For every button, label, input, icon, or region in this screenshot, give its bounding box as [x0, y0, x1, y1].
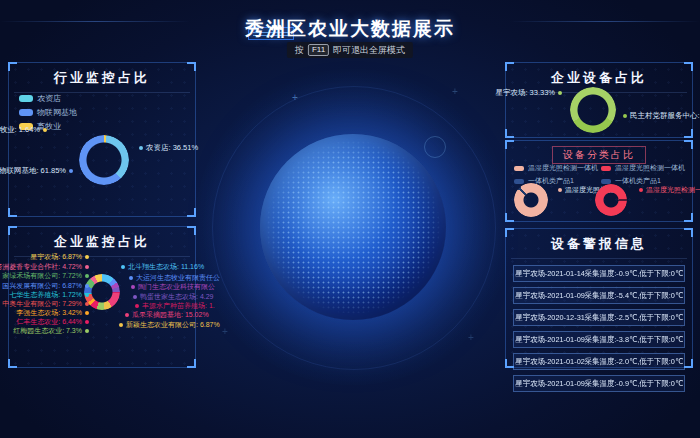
pie-label: 瓜果采摘园基地: 15.02%	[125, 310, 209, 320]
pie-label-dot	[69, 169, 73, 173]
device-class-donut-right[interactable]	[595, 184, 627, 216]
panel-title: 设备分类占比	[552, 146, 646, 164]
pie-label: 家绿禾场有限公司: 7.72%	[2, 271, 89, 281]
globe	[260, 134, 446, 320]
alarm-text: 星宇农场-2021-01-09采集温度:-0.9℃,低于下限:0℃	[515, 378, 683, 389]
globe-dot-map	[266, 140, 440, 314]
pie-label-dot	[85, 329, 89, 333]
pie-label-text: 家绿禾场有限公司: 7.72%	[2, 271, 82, 281]
pie-label-dot	[558, 91, 562, 95]
alarm-text: 星宇农场-2021-01-09采集温度:-3.8℃,低于下限:0℃	[515, 334, 683, 345]
tip-prefix: 按	[295, 44, 304, 57]
pie-label-dot	[85, 265, 89, 269]
pie-label-dot	[131, 285, 135, 289]
pie-label-dot	[85, 293, 89, 297]
pie-label-text: 物联网基地: 61.85%	[0, 166, 66, 176]
tip-suffix: 即可退出全屏模式	[333, 44, 405, 57]
pie-label-text: 星宇农场: 6.87%	[30, 252, 82, 262]
industry-donut-chart[interactable]	[79, 135, 129, 185]
pie-label-dot	[135, 304, 139, 308]
alarm-text: 星宇农场-2020-12-31采集温度:-2.5℃,低于下限:0℃	[515, 312, 683, 323]
alarm-row: 星宇农场-2021-01-09采集温度:-5.4℃,低于下限:0℃	[513, 287, 685, 304]
pie-label-dot	[85, 302, 89, 306]
pie-label-dot	[119, 323, 123, 327]
panel-enterprise-ratio: 企业监控占比 星宇农场: 6.87% 秀洲菱香专业合作社: 4.72% 家绿禾场…	[8, 226, 196, 368]
pie-label: 畜牧业: 1.64%	[0, 125, 47, 135]
panel-title: 设备警报信息	[511, 229, 687, 259]
decor-ring	[424, 136, 446, 158]
legend-swatch	[601, 179, 611, 184]
device-class-donut-left[interactable]	[514, 183, 548, 217]
alarm-row: 星宇农场-2021-01-09采集温度:-3.8℃,低于下限:0℃	[513, 331, 685, 348]
legend-swatch	[514, 179, 524, 184]
panel-title: 行业监控占比	[14, 63, 190, 93]
pie-label: 温湿度光照检测一	[639, 185, 700, 195]
pie-label-dot	[125, 313, 129, 317]
pie-label: 民主村党群服务中心:	[623, 111, 700, 121]
pie-label-text: 星宇农场: 33.33%	[495, 88, 555, 98]
pie-label: 物联网基地: 61.85%	[0, 166, 73, 176]
equipment-donut-chart[interactable]	[570, 87, 616, 133]
legend-item[interactable]: 农资店	[19, 93, 77, 104]
pie-label-text: 农资店: 36.51%	[146, 143, 198, 153]
pie-label-dot	[623, 114, 627, 118]
pie-label-text: 陶门生态农业科技有限公	[138, 282, 215, 292]
legend-label: 农资店	[37, 93, 61, 104]
alarm-text: 星宇农场-2021-01-14采集温度:-0.9℃,低于下限:0℃	[515, 268, 683, 279]
panel-device-alarms: 设备警报信息 星宇农场-2021-01-14采集温度:-0.9℃,低于下限:0℃…	[505, 228, 693, 368]
device-class-legend-right: 温湿度光照检测一体机 一体机类产品1	[601, 163, 685, 186]
pie-label-text: 红梅园生态农业: 7.3%	[13, 326, 82, 336]
pie-label-dot	[85, 255, 89, 259]
f11-key: F11	[308, 44, 329, 56]
legend-swatch	[19, 109, 33, 116]
legend-item[interactable]: 温湿度光照检测一体机	[514, 163, 598, 173]
alarm-row: 星宇农场-2020-12-31采集温度:-2.5℃,低于下限:0℃	[513, 309, 685, 326]
alarm-text: 星宇农场-2021-01-02采集温度:-2.0℃,低于下限:0℃	[515, 356, 683, 367]
pie-label-dot	[43, 128, 47, 132]
pie-label-dot	[133, 295, 137, 299]
fullscreen-exit-tip: 按 F11 即可退出全屏模式	[287, 42, 413, 58]
pie-label: 农资店: 36.51%	[139, 143, 198, 153]
page-title: 秀洲区农业大数据展示	[0, 16, 700, 42]
legend-label: 物联网基地	[37, 107, 77, 118]
pie-label: 红梅园生态农业: 7.3%	[13, 326, 89, 336]
pie-label-dot	[139, 146, 143, 150]
legend-label: 温湿度光照检测一体机	[528, 163, 598, 173]
pie-label: 星宇农场: 6.87%	[30, 252, 89, 262]
legend-label: 温湿度光照检测一体机	[615, 163, 685, 173]
legend-swatch	[19, 95, 33, 102]
legend-swatch	[601, 166, 611, 171]
legend-item[interactable]: 温湿度光照检测一体机	[601, 163, 685, 173]
pie-label-dot	[129, 276, 133, 280]
panel-device-class-ratio: 设备分类占比 温湿度光照检测一体机 一体机类产品1 温湿度光照检测一 温湿度光照…	[505, 140, 693, 222]
pie-label-dot	[85, 274, 89, 278]
pie-label-dot	[639, 188, 643, 192]
pie-label-dot	[85, 311, 89, 315]
pie-label-text: 瓜果采摘园基地: 15.02%	[132, 310, 209, 320]
legend-item[interactable]: 物联网基地	[19, 107, 77, 118]
pie-label-text: 民主村党群服务中心:	[630, 111, 700, 121]
pie-label-dot	[558, 188, 562, 192]
panel-industry-ratio: 行业监控占比 农资店 物联网基地 畜牧业 畜牧业: 1.64% 农资店: 36.…	[8, 62, 196, 217]
pie-label-text: 北斗翔生态农场: 11.16%	[128, 262, 204, 272]
pie-label-text: 畜牧业: 1.64%	[0, 125, 40, 135]
pie-label-dot	[85, 284, 89, 288]
pie-label: 新颖生态农业有限公司: 6.87%	[119, 320, 220, 330]
panel-equipment-ratio: 企业设备占比 星宇农场: 33.33% 民主村党群服务中心:	[505, 62, 693, 138]
legend-swatch	[514, 166, 524, 171]
enterprise-donut-chart[interactable]	[84, 274, 120, 310]
alarm-row: 星宇农场-2021-01-09采集温度:-0.9℃,低于下限:0℃	[513, 375, 685, 392]
alarm-list: 星宇农场-2021-01-14采集温度:-0.9℃,低于下限:0℃ 星宇农场-2…	[513, 265, 685, 392]
alarm-row: 星宇农场-2021-01-02采集温度:-2.0℃,低于下限:0℃	[513, 353, 685, 370]
alarm-text: 星宇农场-2021-01-09采集温度:-5.4℃,低于下限:0℃	[515, 290, 683, 301]
pie-label-dot	[121, 265, 125, 269]
pie-label: 北斗翔生态农场: 11.16%	[121, 262, 204, 272]
decor-plus: +	[452, 86, 458, 97]
pie-label: 陶门生态农业科技有限公	[131, 282, 215, 292]
pie-label-text: 温湿度光照检测一	[646, 185, 700, 195]
pie-label: 星宇农场: 33.33%	[495, 88, 562, 98]
dashboard: + + + + 秀洲区农业大数据展示 按 F11 即可退出全屏模式 行业监控占比…	[0, 0, 700, 438]
pie-label-dot	[85, 320, 89, 324]
pie-label-text: 新颖生态农业有限公司: 6.87%	[126, 320, 220, 330]
alarm-row: 星宇农场-2021-01-14采集温度:-0.9℃,低于下限:0℃	[513, 265, 685, 282]
